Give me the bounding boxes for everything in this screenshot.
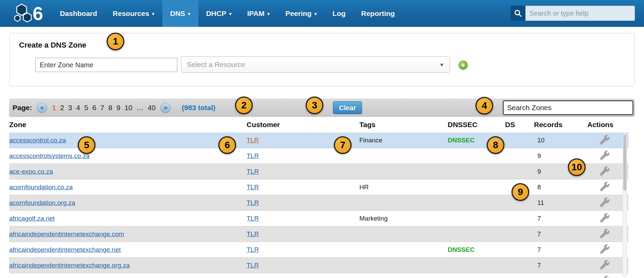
column-header-records: Records (534, 121, 587, 129)
zone-link[interactable]: accesscontrol.co.za (9, 137, 66, 144)
zone-link[interactable]: africaindependentinternetexchange.org.za (9, 262, 130, 269)
nav-peering-label: Peering (285, 10, 311, 18)
customer-link[interactable]: TLR (247, 152, 259, 159)
table-row: acornfoundation.org.za TLR 11 (9, 195, 628, 211)
customer-link[interactable]: TLR (247, 230, 259, 238)
nav-dns[interactable]: DNS ▾ (162, 0, 198, 27)
double-chevron-left-icon: « (40, 104, 44, 111)
screen: 6 Dashboard Resources ▾ DNS ▾ DHCP ▾ IPA… (0, 0, 644, 278)
customer-link[interactable]: TLR (247, 246, 259, 253)
global-search-input[interactable] (525, 6, 635, 21)
wrench-icon[interactable] (600, 260, 609, 269)
wrench-icon[interactable] (600, 182, 609, 191)
annotation-badge-10: 10 (568, 158, 586, 176)
nav-dashboard-label: Dashboard (60, 10, 97, 18)
nav-ipam[interactable]: IPAM ▾ (239, 0, 278, 27)
annotation-badge-9: 9 (512, 183, 529, 201)
table-row: africaindependentinternetexchange.com TL… (9, 226, 628, 242)
customer-link[interactable]: TLR (247, 184, 259, 191)
nav-dhcp-label: DHCP (206, 10, 227, 18)
plus-icon: + (461, 61, 465, 69)
nav-reporting[interactable]: Reporting (353, 0, 402, 27)
customer-link[interactable]: TLR (247, 199, 259, 206)
table-row: acornfoundation.co.za TLR HR 8 (9, 179, 628, 195)
column-header-tags: Tags (359, 121, 448, 129)
customer-link[interactable]: TLR (247, 137, 259, 144)
tags-cell: Marketing (359, 215, 448, 222)
zone-link[interactable]: africagolf.za.net (9, 215, 55, 222)
search-icon[interactable] (511, 6, 525, 21)
create-dns-zone-panel: Create a DNS Zone Select a Resource ▼ + (9, 33, 635, 86)
page-number-3[interactable]: 3 (68, 104, 72, 112)
chevron-down-icon: ▾ (267, 11, 270, 17)
table-scrollbar-track[interactable] (623, 133, 627, 277)
column-header-actions: Actions (587, 121, 628, 129)
global-search (511, 6, 635, 21)
annotation-badge-5: 5 (78, 136, 95, 154)
chevron-down-icon: ▾ (229, 11, 232, 17)
resource-select[interactable]: Select a Resource ▼ (181, 56, 450, 73)
table-scrollbar-thumb[interactable] (623, 135, 626, 191)
page-number-10[interactable]: 10 (124, 104, 132, 112)
nav-log[interactable]: Log (325, 0, 353, 27)
page-number-8[interactable]: 8 (108, 104, 112, 112)
records-count: 11 (534, 199, 587, 207)
zone-link[interactable]: accesscontrolsystems.co.za (9, 152, 90, 159)
page-number-1[interactable]: 1 (52, 104, 56, 112)
zone-link[interactable]: africaindependentinternetexchange.net (9, 246, 121, 253)
zone-link[interactable]: acornfoundation.org.za (9, 199, 75, 206)
page-number-5[interactable]: 5 (84, 104, 88, 112)
page-number-2[interactable]: 2 (60, 104, 64, 112)
wrench-icon[interactable] (600, 166, 609, 175)
table-row: africaindependentinternetexchange.org.za… (9, 258, 628, 273)
page-number-9[interactable]: 9 (117, 104, 121, 112)
customer-link[interactable]: TLR (247, 215, 259, 222)
chevron-down-icon: ▾ (314, 11, 317, 17)
zone-name-input[interactable] (35, 58, 177, 72)
table-row: ace-expo.co.za TLR 9 (9, 164, 628, 179)
zone-link[interactable]: acornfoundation.co.za (9, 184, 73, 191)
column-header-dnssec: DNSSEC (448, 121, 505, 129)
annotation-badge-1: 1 (107, 33, 124, 50)
annotation-badge-2: 2 (235, 97, 253, 114)
zone-link[interactable]: africaindependentinternetexchange.com (9, 230, 124, 238)
chevron-down-icon: ▼ (439, 62, 450, 68)
wrench-icon[interactable] (600, 135, 609, 144)
customer-link[interactable]: TLR (247, 262, 259, 269)
column-header-zone: Zone (9, 121, 247, 129)
add-zone-button[interactable]: + (459, 60, 468, 70)
wrench-icon[interactable] (600, 213, 609, 222)
wrench-icon[interactable] (600, 229, 609, 238)
next-page-button[interactable]: » (160, 103, 171, 113)
panel-title: Create a DNS Zone (19, 41, 86, 50)
zone-link[interactable]: ace-expo.co.za (9, 168, 53, 175)
table-row-partial: africa TLR 10 (9, 273, 628, 278)
customer-link[interactable]: TLR (247, 168, 259, 175)
records-count: 7 (534, 246, 587, 254)
clear-button[interactable]: Clear (333, 101, 362, 114)
nav-dhcp[interactable]: DHCP ▾ (198, 0, 239, 27)
page-number-7[interactable]: 7 (100, 104, 104, 112)
page-number-last[interactable]: 40 (148, 104, 156, 112)
records-count: 8 (534, 184, 587, 191)
logo-text: 6 (33, 0, 43, 27)
annotation-badge-6: 6 (218, 136, 236, 154)
wrench-icon[interactable] (600, 244, 609, 254)
nav-resources-label: Resources (113, 10, 149, 18)
top-navbar: 6 Dashboard Resources ▾ DNS ▾ DHCP ▾ IPA… (0, 0, 644, 27)
page-number-6[interactable]: 6 (92, 104, 96, 112)
wrench-icon[interactable] (600, 276, 609, 278)
app-logo[interactable]: 6 (10, 0, 43, 27)
wrench-icon[interactable] (600, 197, 609, 207)
nav-dashboard[interactable]: Dashboard (52, 0, 105, 27)
page-number-4[interactable]: 4 (76, 104, 80, 112)
chevron-down-icon: ▾ (152, 11, 155, 17)
prev-page-button[interactable]: « (37, 103, 47, 113)
nav-resources[interactable]: Resources ▾ (105, 0, 162, 27)
nav-peering[interactable]: Peering ▾ (278, 0, 325, 27)
zone-search-input[interactable] (503, 100, 633, 115)
table-row: africagolf.za.net TLR Marketing 7 (9, 211, 628, 226)
wrench-icon[interactable] (600, 151, 609, 160)
table-header-row: Zone Customer Tags DNSSEC DS Records Act… (9, 117, 628, 133)
records-count: 10 (534, 137, 587, 144)
